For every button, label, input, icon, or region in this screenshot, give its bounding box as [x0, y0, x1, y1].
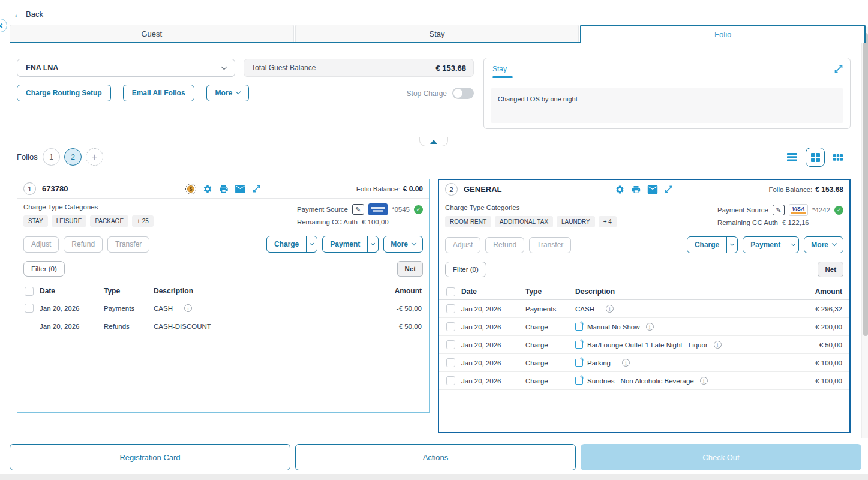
net-toggle-button[interactable]: Net	[397, 261, 423, 277]
edit-payment-source-button[interactable]	[773, 205, 785, 215]
tab-stay[interactable]: Stay	[295, 25, 579, 42]
filter-button[interactable]: Filter (0)	[23, 261, 65, 277]
expand-icon[interactable]	[834, 64, 843, 76]
category-chip-more[interactable]: + 25	[132, 215, 154, 227]
select-all-checkbox[interactable]	[446, 287, 455, 296]
col-description-header: Description	[154, 287, 357, 295]
table-row: Jan 20, 2026 Charge Sundries - Non Alcoh…	[439, 372, 849, 390]
adjust-button[interactable]: Adjust	[445, 237, 480, 253]
notes-tab-stay[interactable]: Stay	[492, 65, 507, 73]
card-more-label: More	[811, 241, 828, 249]
grid-2-view-icon	[811, 153, 820, 162]
edit-charge-icon[interactable]	[575, 341, 583, 349]
folio-title: GENERAL	[464, 185, 502, 194]
info-icon[interactable]	[622, 359, 630, 367]
category-chip-more[interactable]: + 4	[599, 216, 617, 227]
payment-button[interactable]: Payment	[323, 236, 367, 252]
folio-pill-2-label: 2	[71, 153, 75, 161]
payment-source-label: Payment Source	[717, 206, 768, 214]
check-out-button[interactable]: Check Out	[581, 444, 861, 470]
chevron-down-icon	[412, 241, 416, 245]
email-icon[interactable]	[648, 185, 658, 194]
expand-icon[interactable]	[252, 184, 261, 193]
charge-routing-setup-button[interactable]: Charge Routing Setup	[17, 85, 111, 101]
tab-folio[interactable]: Folio	[580, 25, 866, 43]
gear-icon[interactable]	[615, 185, 625, 194]
registration-card-button[interactable]: Registration Card	[10, 444, 290, 470]
grid-3-view-icon[interactable]	[833, 154, 843, 161]
net-toggle-button[interactable]: Net	[818, 262, 843, 277]
info-icon[interactable]	[646, 323, 654, 331]
payment-dropdown-caret[interactable]	[367, 236, 378, 252]
adjust-button[interactable]: Adjust	[23, 236, 59, 253]
charge-dropdown-caret[interactable]	[726, 237, 737, 253]
list-view-icon[interactable]	[787, 153, 797, 161]
scrollbar-track[interactable]	[861, 27, 868, 438]
info-icon[interactable]	[714, 341, 722, 349]
expand-icon[interactable]	[665, 185, 674, 194]
info-icon[interactable]	[184, 304, 192, 312]
charge-button[interactable]: Charge	[687, 237, 726, 253]
row-checkbox[interactable]	[446, 304, 455, 313]
refund-button[interactable]: Refund	[64, 236, 103, 253]
edit-payment-source-button[interactable]	[352, 204, 364, 215]
edit-charge-icon[interactable]	[575, 359, 583, 367]
charge-button[interactable]: Charge	[267, 236, 306, 252]
folio-card-1-table: Date Type Description Amount Jan 20, 202…	[17, 283, 429, 335]
info-icon[interactable]	[606, 305, 614, 313]
edit-charge-icon[interactable]	[575, 377, 583, 385]
card-more-button[interactable]: More	[804, 236, 843, 253]
refund-button[interactable]: Refund	[485, 237, 524, 253]
collapse-section-button[interactable]	[419, 137, 448, 146]
grid-2-view-button[interactable]	[806, 148, 825, 167]
transfer-button[interactable]: Transfer	[107, 236, 149, 253]
category-chips: ROOM RENT ADDITIONAL TAX LAUNDRY + 4	[445, 216, 617, 227]
row-checkbox[interactable]	[446, 322, 455, 331]
row-amount: -€ 296,32	[777, 305, 849, 313]
back-button[interactable]: Back	[13, 9, 43, 19]
card-more-button[interactable]: More	[383, 236, 423, 253]
notes-tab-underline	[492, 76, 513, 78]
cc-auth-row: Remaining CC Auth € 122,16	[717, 219, 809, 226]
toolbar-more-button[interactable]: More	[206, 85, 250, 101]
payment-source-row: Payment Source *0545	[297, 203, 423, 215]
row-checkbox[interactable]	[446, 376, 455, 385]
tab-guest[interactable]: Guest	[10, 25, 294, 42]
row-type: Charge	[525, 341, 575, 349]
printer-icon[interactable]	[632, 185, 641, 194]
row-amount: € 200,00	[777, 323, 849, 331]
filter-button[interactable]: Filter (0)	[445, 262, 486, 277]
printer-icon[interactable]	[219, 184, 229, 194]
scrollbar-thumb[interactable]	[863, 33, 868, 336]
folio-balance-label: Folio Balance:	[356, 185, 400, 193]
collapse-panel-button[interactable]	[0, 19, 7, 32]
actions-button[interactable]: Actions	[295, 444, 576, 470]
email-icon[interactable]	[235, 185, 245, 193]
email-all-folios-button[interactable]: Email All Folios	[123, 85, 194, 101]
stop-charge-toggle[interactable]	[452, 88, 474, 99]
notes-panel: Stay Changed LOS by one night	[483, 58, 851, 129]
row-checkbox[interactable]	[446, 358, 455, 367]
folio-pill-2[interactable]: 2	[64, 148, 82, 166]
add-folio-button[interactable]	[86, 148, 103, 166]
payment-button[interactable]: Payment	[743, 237, 788, 253]
col-amount-header: Amount	[357, 287, 429, 295]
edit-charge-icon[interactable]	[575, 323, 583, 331]
info-icon[interactable]	[700, 377, 708, 385]
folio-group-select[interactable]: FNA LNA	[17, 59, 235, 77]
row-type: Payments	[525, 305, 575, 313]
row-checkbox[interactable]	[446, 340, 455, 349]
auto-charge-coin-icon[interactable]	[185, 184, 196, 194]
charge-dropdown-caret[interactable]	[306, 236, 317, 252]
row-date: Jan 20, 2026	[40, 305, 104, 312]
email-all-folios-label: Email All Folios	[132, 89, 185, 97]
transfer-button[interactable]: Transfer	[529, 237, 571, 253]
select-all-checkbox[interactable]	[25, 287, 34, 296]
charge-type-categories: Charge Type Categories ROOM RENT ADDITIO…	[445, 204, 617, 227]
payment-dropdown-caret[interactable]	[788, 237, 798, 253]
row-checkbox[interactable]	[25, 304, 34, 313]
folio-pill-1[interactable]: 1	[43, 148, 60, 166]
total-guest-balance-label: Total Guest Balance	[251, 64, 316, 72]
payment-source-block: Payment Source *0545 Remaining CC Auth €…	[297, 203, 423, 227]
gear-icon[interactable]	[203, 184, 212, 194]
